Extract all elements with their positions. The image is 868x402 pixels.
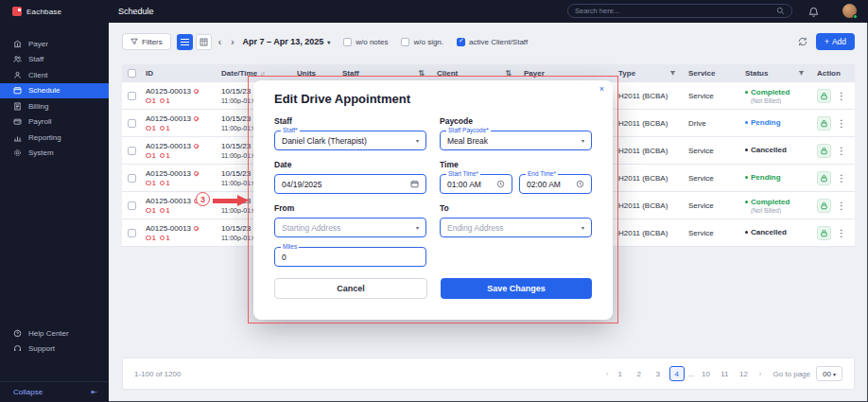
status-filter-funnel-icon[interactable] <box>798 70 805 77</box>
lock-button[interactable] <box>817 199 831 213</box>
sidebar-item-system[interactable]: System <box>0 146 109 162</box>
goto-page-select[interactable]: 00 ▾ <box>816 366 842 381</box>
sidebar-item-staff[interactable]: Staff <box>0 52 109 68</box>
page-button[interactable]: 2 <box>632 366 647 381</box>
select-all-checkbox[interactable] <box>128 69 136 78</box>
miles-input[interactable]: Miles 0 <box>274 247 426 267</box>
row-checkbox[interactable] <box>128 201 136 210</box>
filters-label: Filters <box>142 38 163 46</box>
notifications-bell-icon[interactable] <box>808 5 819 22</box>
next-page-chevron[interactable]: › <box>758 369 761 378</box>
kebab-menu-icon[interactable]: ⋮ <box>837 146 846 156</box>
date-range-label: Apr 7 – Apr 13, 2025 <box>242 37 323 46</box>
sort-both-icon[interactable]: ⇅ <box>418 69 425 78</box>
staff-select[interactable]: Staff* Daniel Clark (Therapist) ▾ <box>274 131 426 150</box>
page-button[interactable]: 3 <box>651 366 666 381</box>
service-type: H2011 (BCBA) <box>614 119 684 128</box>
add-appointment-button[interactable]: + Add <box>816 33 855 50</box>
sidebar-item-payer[interactable]: Payer <box>0 36 109 52</box>
kebab-menu-icon[interactable]: ⋮ <box>837 228 846 238</box>
lock-button[interactable] <box>817 171 831 185</box>
col-datetime[interactable]: Date/Time↓↑ <box>217 69 292 78</box>
kebab-menu-icon[interactable]: ⋮ <box>837 201 846 211</box>
topbar: Eachbase Schedule Search here... <box>0 0 868 23</box>
col-type-label: Type <box>618 69 635 78</box>
sidebar-item-reporting[interactable]: Reporting <box>0 130 109 146</box>
status-badge: Cancelled <box>745 146 787 154</box>
user-avatar[interactable] <box>842 4 857 18</box>
page-button[interactable]: 1 <box>613 366 628 381</box>
start-time-input[interactable]: Start Time* 01:00 AM <box>440 174 512 194</box>
page-button-active[interactable]: 4 <box>669 366 685 381</box>
start-time-label: Start Time* <box>446 171 480 178</box>
sidebar-item-support[interactable]: Support <box>0 341 109 358</box>
sort-updown-icon[interactable]: ↓↑ <box>260 70 265 77</box>
sidebar-item-label: Payroll <box>28 117 51 126</box>
filters-button[interactable]: Filters <box>122 33 171 50</box>
row-checkbox[interactable] <box>128 147 136 155</box>
from-address-select[interactable]: Starting Address ▾ <box>274 218 426 237</box>
end-time-input[interactable]: End Time* 02:00 AM <box>519 174 592 194</box>
appointment-id: A0125-00013 <box>146 197 191 205</box>
lock-button[interactable] <box>817 116 831 131</box>
row-checkbox[interactable] <box>128 174 136 183</box>
calendar-view-button[interactable] <box>196 34 212 50</box>
service: Drive <box>684 119 740 128</box>
end-time-value: 02:00 AM <box>527 180 561 189</box>
cancel-button[interactable]: Cancel <box>274 278 427 299</box>
pagination-ellipsis: ... <box>688 370 695 378</box>
paycode-select[interactable]: Staff Paycode* Meal Break ▾ <box>440 131 592 150</box>
clock-icon <box>576 180 584 188</box>
from-section-label: From <box>274 203 426 213</box>
active-client-staff-filter: active Client/Staff <box>457 38 528 46</box>
range-text: 1-100 of 1200 <box>134 370 181 378</box>
date-range-selector[interactable]: Apr 7 – Apr 13, 2025 ▾ <box>242 37 330 46</box>
active-client-staff-checkbox[interactable] <box>457 38 465 46</box>
kebab-menu-icon[interactable]: ⋮ <box>837 118 846 129</box>
schedule-toolbar: Filters ‹ › Apr 7 – Apr 13, 2025 ▾ w/o n… <box>122 32 855 51</box>
slash-badge-icon <box>160 126 165 131</box>
status-badge: Cancelled <box>745 228 787 236</box>
row-checkbox[interactable] <box>128 92 136 100</box>
type-filter-funnel-icon[interactable] <box>669 70 676 77</box>
wo-sign-checkbox[interactable] <box>401 38 409 46</box>
sidebar: Payer Staff Client Schedule Billing Payr… <box>0 23 109 402</box>
col-client[interactable]: Client⇅ <box>432 69 519 78</box>
next-week-button[interactable]: › <box>228 37 236 47</box>
sync-refresh-icon[interactable] <box>797 36 808 47</box>
page-button[interactable]: 10 <box>698 366 713 381</box>
prev-page-chevron[interactable]: ‹ <box>606 369 609 378</box>
row-checkbox[interactable] <box>128 229 136 237</box>
page-button[interactable]: 12 <box>736 366 751 381</box>
lock-button[interactable] <box>817 89 831 103</box>
appointment-id: A0125-00013 <box>146 224 191 233</box>
status-badge: Pending <box>745 173 781 182</box>
close-icon[interactable]: × <box>599 85 604 94</box>
to-address-select[interactable]: Ending Address ▾ <box>440 218 592 237</box>
lock-button[interactable] <box>817 226 831 240</box>
collapse-sidebar-button[interactable]: Collapse ⇤ <box>0 381 109 402</box>
prev-week-button[interactable]: ‹ <box>216 37 224 47</box>
save-changes-button[interactable]: Save Changes <box>441 278 592 299</box>
col-type: Type <box>614 69 684 78</box>
sidebar-item-client[interactable]: Client <box>0 67 109 83</box>
sidebar-item-payroll[interactable]: Payroll <box>0 114 109 131</box>
wo-notes-checkbox[interactable] <box>343 38 352 46</box>
page-button[interactable]: 11 <box>717 366 732 381</box>
col-staff[interactable]: Staff⇅ <box>338 69 432 78</box>
sidebar-item-billing[interactable]: Billing <box>0 98 109 114</box>
sort-both-icon[interactable]: ⇅ <box>505 69 512 78</box>
date-input[interactable]: 04/19/2025 <box>274 174 426 194</box>
kebab-menu-icon[interactable]: ⋮ <box>837 91 846 101</box>
status-sub: (Not Billed) <box>745 207 781 214</box>
kebab-menu-icon[interactable]: ⋮ <box>837 173 846 184</box>
lock-button[interactable] <box>817 144 831 158</box>
col-payer-label: Payer <box>524 69 545 78</box>
clock-badge-icon <box>146 98 151 104</box>
search-input[interactable]: Search here... <box>567 4 792 18</box>
row-checkbox[interactable] <box>128 119 136 128</box>
sidebar-item-help-center[interactable]: Help Center <box>0 325 109 341</box>
list-view-button[interactable] <box>177 34 193 50</box>
sidebar-item-schedule[interactable]: Schedule <box>0 83 109 99</box>
receipt-icon <box>13 102 22 111</box>
